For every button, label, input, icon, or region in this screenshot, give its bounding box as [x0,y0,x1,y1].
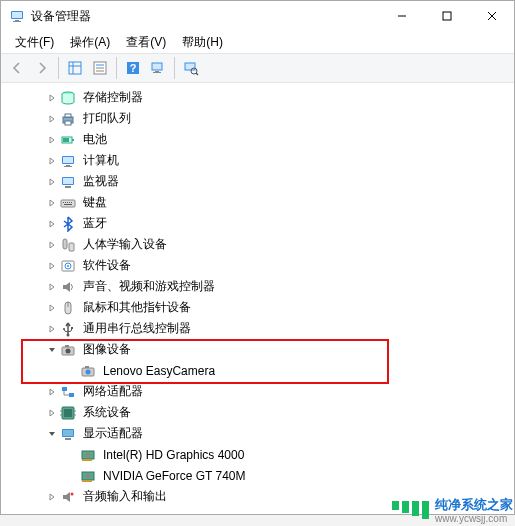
chevron-right-icon[interactable] [45,112,59,126]
watermark-url: www.ycwsjj.com [435,514,513,524]
svg-rect-8 [69,62,81,74]
tree-node[interactable]: 计算机 [1,150,514,171]
chevron-right-icon[interactable] [45,385,59,399]
chevron-right-icon[interactable] [45,490,59,504]
svg-rect-36 [65,186,71,188]
tree-node[interactable]: Intel(R) HD Graphics 4000 [1,444,514,465]
bluetooth-icon [60,216,76,232]
show-hide-tree-button[interactable] [63,56,87,80]
chevron-right-icon[interactable] [45,196,59,210]
svg-rect-3 [13,21,21,22]
chevron-right-icon[interactable] [45,175,59,189]
tree-node-label: 网络适配器 [80,382,146,401]
chevron-right-icon[interactable] [45,280,59,294]
tree-node[interactable]: 蓝牙 [1,213,514,234]
sound-icon [60,279,76,295]
menu-file[interactable]: 文件(F) [7,32,62,53]
tree-node-label: 通用串行总线控制器 [80,319,194,338]
svg-rect-60 [85,366,89,368]
tree-node[interactable]: 打印队列 [1,108,514,129]
tree-node[interactable]: NVIDIA GeForce GT 740M [1,465,514,486]
svg-rect-70 [63,430,73,436]
toolbar-separator [174,57,175,79]
menu-help[interactable]: 帮助(H) [174,32,231,53]
svg-point-78 [71,492,74,495]
tree-node[interactable]: 声音、视频和游戏控制器 [1,276,514,297]
back-button [5,56,29,80]
toolbar: ? [1,53,514,83]
refresh-button[interactable] [146,56,170,80]
svg-point-73 [86,452,91,457]
help-button[interactable]: ? [121,56,145,80]
svg-line-22 [196,73,198,75]
titlebar: 设备管理器 [1,1,514,31]
maximize-button[interactable] [424,1,469,31]
monitor-icon [60,174,76,190]
tree-node-label: 键盘 [80,193,110,212]
imaging-icon [60,342,76,358]
chevron-right-icon[interactable] [45,217,59,231]
tree-node[interactable]: 图像设备 [1,339,514,360]
tree-node[interactable]: 系统设备 [1,402,514,423]
chevron-down-icon[interactable] [45,343,59,357]
chevron-right-icon[interactable] [45,238,59,252]
svg-rect-71 [65,438,71,440]
chevron-right-icon[interactable] [45,301,59,315]
chevron-right-icon[interactable] [45,154,59,168]
svg-rect-35 [63,178,73,184]
tree-node[interactable]: 鼠标和其他指针设备 [1,297,514,318]
svg-point-59 [86,369,91,374]
chevron-down-icon[interactable] [45,427,59,441]
tree-node[interactable]: Lenovo EasyCamera [1,360,514,381]
svg-rect-74 [82,459,92,461]
close-button[interactable] [469,1,514,31]
usb-icon [60,321,76,337]
svg-rect-19 [153,72,161,73]
svg-rect-28 [72,139,74,141]
watermark-text: 纯净系统之家 [435,497,513,512]
tree-node[interactable]: 存储控制器 [1,87,514,108]
chevron-right-icon[interactable] [45,259,59,273]
properties-button[interactable] [88,56,112,80]
svg-rect-38 [63,202,64,203]
svg-rect-26 [65,121,71,125]
svg-rect-42 [71,202,72,203]
tree-node[interactable]: 人体学输入设备 [1,234,514,255]
forward-button [30,56,54,80]
tree-node[interactable]: 显示适配器 [1,423,514,444]
svg-rect-5 [443,12,451,20]
svg-rect-20 [185,63,195,70]
chevron-right-icon[interactable] [45,406,59,420]
chevron-right-icon[interactable] [45,91,59,105]
scan-button[interactable] [179,56,203,80]
chevron-right-icon[interactable] [45,133,59,147]
device-manager-window: 设备管理器 文件(F) 操作(A) 查看(V) 帮助(H) ? 存储控制器打印队… [0,0,515,515]
tree-node[interactable]: 通用串行总线控制器 [1,318,514,339]
tree-node[interactable]: 键盘 [1,192,514,213]
hid-icon [60,237,76,253]
tree-node-label: 蓝牙 [80,214,110,233]
gpu-icon [80,447,96,463]
svg-rect-39 [65,202,66,203]
menubar: 文件(F) 操作(A) 查看(V) 帮助(H) [1,31,514,53]
app-icon [9,8,25,24]
tree-node[interactable]: 软件设备 [1,255,514,276]
menu-view[interactable]: 查看(V) [118,32,174,53]
tree-node[interactable]: 电池 [1,129,514,150]
svg-rect-62 [69,393,74,397]
tree-node-label: Intel(R) HD Graphics 4000 [100,447,247,463]
tree-node[interactable]: 监视器 [1,171,514,192]
tree-node[interactable]: 网络适配器 [1,381,514,402]
minimize-button[interactable] [379,1,424,31]
tree-node-label: 显示适配器 [80,424,146,443]
chevron-right-icon[interactable] [45,322,59,336]
menu-action[interactable]: 操作(A) [62,32,118,53]
camera-icon [80,363,96,379]
device-tree[interactable]: 存储控制器打印队列电池计算机监视器键盘蓝牙人体学输入设备软件设备声音、视频和游戏… [1,83,514,514]
storage-icon [60,90,76,106]
tree-node-label: 监视器 [80,172,122,191]
window-buttons [379,1,514,31]
svg-rect-18 [155,71,159,72]
computer-icon [60,153,76,169]
tree-node-label: 图像设备 [80,340,134,359]
